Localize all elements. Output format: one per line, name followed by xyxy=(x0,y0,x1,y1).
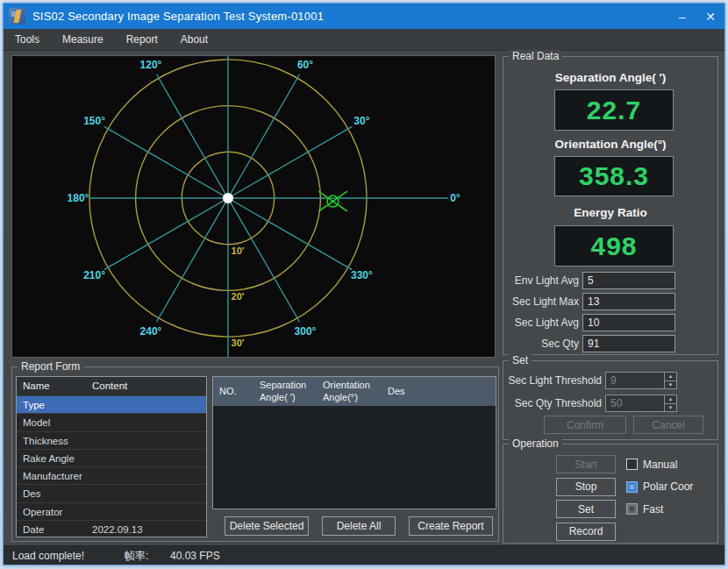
angle-label-180: 180° xyxy=(68,192,89,204)
spin-down-button[interactable]: ▼ xyxy=(665,404,676,412)
row-name-cell: Rake Angle xyxy=(17,450,87,466)
table-row-rake-angle[interactable]: Rake Angle xyxy=(17,449,206,466)
angle-label-30: 30° xyxy=(353,115,369,127)
sec-qty-value[interactable]: 91 xyxy=(582,335,675,352)
table-row-date[interactable]: Date2022.09.13 xyxy=(17,520,206,537)
checkbox-box xyxy=(626,459,638,470)
window-controls: – ✕ xyxy=(668,4,724,29)
center-dot xyxy=(223,193,233,203)
menu-bar: ToolsMeasureReportAbout xyxy=(4,29,724,51)
table-row-thickness[interactable]: Thickness xyxy=(17,431,206,449)
minimize-button[interactable]: – xyxy=(668,4,696,29)
row-content-cell xyxy=(87,503,206,520)
row-name-cell: Thickness xyxy=(17,432,87,449)
record-button[interactable]: Record xyxy=(556,523,616,541)
checkbox-label: Manual xyxy=(643,459,677,471)
status-message: Load complete! xyxy=(12,546,84,565)
menu-item-tools[interactable]: Tools xyxy=(4,29,51,51)
energy-ratio-label: Energy Ratio xyxy=(503,206,717,219)
results-table-header: NO.Separation Angle( ′)Orientation Angle… xyxy=(213,377,496,406)
orientation-angle-display: 358.3 xyxy=(554,156,674,196)
sec-qty-label: Sec Qty xyxy=(503,335,579,352)
spin-up-button[interactable]: ▲ xyxy=(665,395,676,404)
checkbox-box xyxy=(626,503,638,515)
row-content-cell xyxy=(87,485,206,501)
radial-300 xyxy=(228,198,300,322)
status-bar: Load complete! 帧率: 40.03 FPS xyxy=(4,545,724,565)
column-header-no: NO. xyxy=(213,384,253,399)
create-report-button[interactable]: Create Report xyxy=(409,516,493,536)
sec-light-threshold-value: 9 xyxy=(606,373,664,388)
results-panel: NO.Separation Angle( ′)Orientation Angle… xyxy=(212,376,496,537)
sec-light-max-value[interactable]: 13 xyxy=(582,293,675,310)
separation-angle-label: Separation Angle( ′) xyxy=(503,71,717,84)
row-name-cell: Manufacturer xyxy=(17,467,87,484)
radial-30 xyxy=(228,126,352,198)
radial-120 xyxy=(156,75,228,198)
stop-button[interactable]: Stop xyxy=(556,478,616,496)
start-button[interactable]: Start xyxy=(556,455,616,473)
angle-label-0: 0° xyxy=(450,192,460,204)
column-header-content: Content xyxy=(87,377,206,395)
row-content-cell xyxy=(87,396,206,413)
report-form-group: Report Form Name Content TypeModelThickn… xyxy=(11,366,499,542)
operation-group-label: Operation xyxy=(509,437,562,450)
env-light-avg-value[interactable]: 5 xyxy=(582,272,675,289)
report-form-table-body: TypeModelThicknessRake AngleManufacturer… xyxy=(17,395,206,537)
results-table: NO.Separation Angle( ′)Orientation Angle… xyxy=(212,376,496,509)
sec-light-avg-value[interactable]: 10 xyxy=(582,314,675,331)
sec-qty-threshold-spinbox[interactable]: 50▲▼ xyxy=(605,395,677,412)
menu-item-about[interactable]: About xyxy=(169,29,219,51)
checkbox-box xyxy=(626,481,638,493)
desktop-background: SIS02 Secondary Image Separation Test Sy… xyxy=(0,0,728,569)
table-row-operator[interactable]: Operator xyxy=(17,502,206,520)
separation-angle-display: 22.7 xyxy=(554,89,674,131)
row-name-cell: Des xyxy=(17,485,87,501)
radial-330 xyxy=(228,198,352,270)
delete-selected-button[interactable]: Delete Selected xyxy=(225,516,309,536)
report-form-table: Name Content TypeModelThicknessRake Angl… xyxy=(16,376,207,537)
table-row-manufacturer[interactable]: Manufacturer xyxy=(17,466,206,484)
title-bar: SIS02 Secondary Image Separation Test Sy… xyxy=(4,4,724,29)
marker-center xyxy=(332,200,334,203)
radial-240 xyxy=(156,198,228,322)
menu-item-measure[interactable]: Measure xyxy=(51,29,115,51)
row-content-cell xyxy=(87,414,206,430)
table-row-des[interactable]: Des xyxy=(17,484,206,501)
sec-light-avg-row: Sec Light Avg10 xyxy=(503,314,717,331)
column-header-name: Name xyxy=(17,377,87,395)
set-group: Set Sec Light Threshold9▲▼Sec Qty Thresh… xyxy=(503,360,718,440)
orientation-angle-value: 358.3 xyxy=(579,161,649,191)
row-content-cell xyxy=(87,432,206,449)
table-row-type[interactable]: Type xyxy=(17,395,206,413)
confirm-button[interactable]: Confirm xyxy=(544,416,626,434)
polar-coor-checkbox[interactable]: Polar Coor xyxy=(626,480,693,494)
set-group-label: Set xyxy=(509,354,532,366)
cancel-button[interactable]: Cancel xyxy=(633,416,703,434)
sec-light-avg-label: Sec Light Avg xyxy=(503,314,579,331)
ring-label-30: 30′ xyxy=(232,338,245,348)
delete-all-button[interactable]: Delete All xyxy=(322,516,396,536)
env-light-avg-label: Env Light Avg xyxy=(503,272,579,289)
fast-checkbox[interactable]: Fast xyxy=(626,502,663,516)
spinner: ▲▼ xyxy=(664,395,676,411)
manual-checkbox[interactable]: Manual xyxy=(626,458,677,471)
spin-down-button[interactable]: ▼ xyxy=(665,381,676,389)
fps-value: 40.03 FPS xyxy=(170,546,220,565)
sec-light-threshold-spinbox[interactable]: 9▲▼ xyxy=(605,372,677,389)
row-content-cell: 2022.09.13 xyxy=(87,521,206,537)
column-header-orientation-angle: Orientation Angle(°) xyxy=(317,378,382,404)
menu-item-report[interactable]: Report xyxy=(115,29,169,51)
row-name-cell: Model xyxy=(17,414,87,430)
set-button[interactable]: Set xyxy=(556,500,616,518)
close-button[interactable]: ✕ xyxy=(696,4,724,29)
fps-label: 帧率: xyxy=(125,546,148,565)
spin-up-button[interactable]: ▲ xyxy=(665,373,676,381)
radial-150 xyxy=(104,126,228,198)
angle-label-240: 240° xyxy=(140,325,162,338)
app-window: SIS02 Secondary Image Separation Test Sy… xyxy=(3,3,725,565)
polar-chart: 0°30°60°90°120°150°180°210°240°270°300°3… xyxy=(12,56,495,357)
table-row-model[interactable]: Model xyxy=(17,413,206,430)
row-name-cell: Operator xyxy=(17,503,87,520)
sec-light-max-label: Sec Light Max xyxy=(503,293,579,310)
